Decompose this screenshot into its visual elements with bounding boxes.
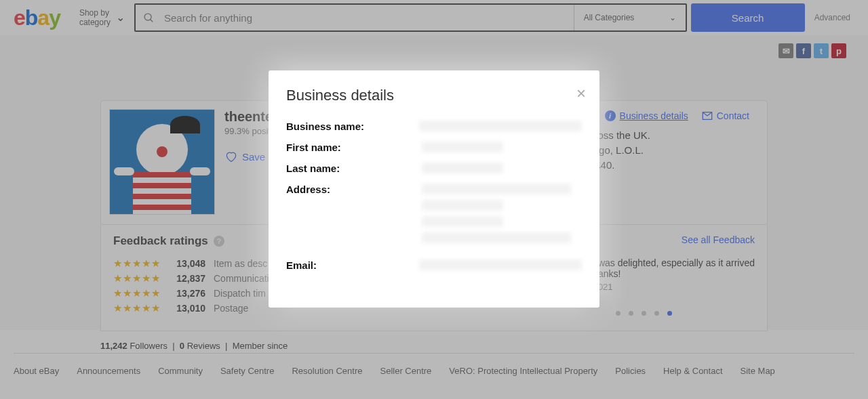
redacted-value xyxy=(422,216,503,227)
redacted-value xyxy=(422,232,571,243)
redacted-value xyxy=(422,184,571,194)
modal-row-email: Email: xyxy=(286,259,582,272)
redacted-value xyxy=(422,142,503,152)
modal-row-last: Last name: xyxy=(286,163,582,175)
modal-row-first: First name: xyxy=(286,142,582,154)
modal-row-address: Address: xyxy=(286,184,582,251)
redacted-value xyxy=(422,163,503,173)
redacted-value xyxy=(422,200,503,211)
modal-scrim[interactable]: × Business details Business name: First … xyxy=(0,0,868,399)
redacted-value xyxy=(419,259,582,270)
business-details-modal: × Business details Business name: First … xyxy=(269,70,599,308)
redacted-value xyxy=(419,121,582,131)
close-icon[interactable]: × xyxy=(576,85,586,102)
modal-row-business: Business name: xyxy=(286,121,582,133)
modal-title: Business details xyxy=(286,87,582,104)
